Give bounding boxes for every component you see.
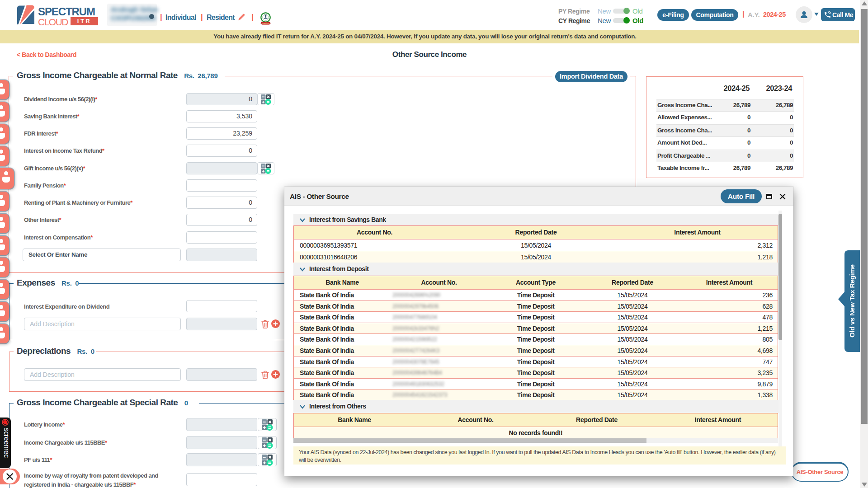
svg-text:आयकर विभाग: आयकर विभाग bbox=[262, 23, 269, 24]
